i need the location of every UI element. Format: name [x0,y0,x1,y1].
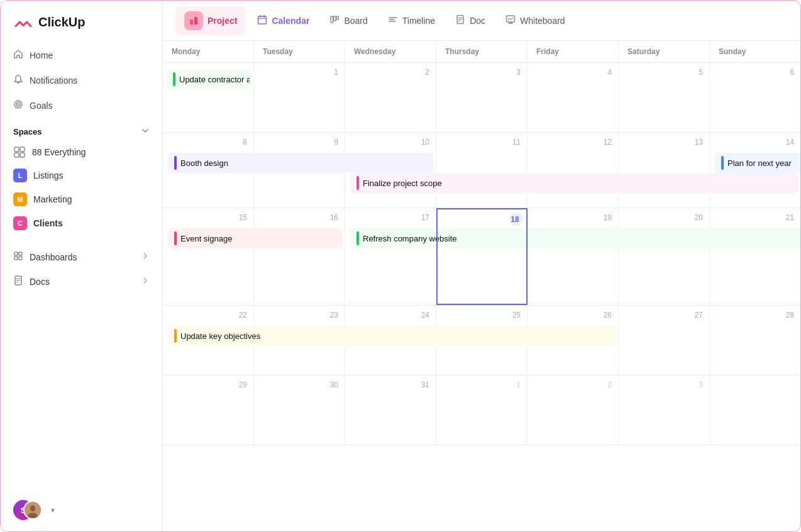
spaces-list: 88 Everything L Listings M Marketing C C… [1,141,162,235]
cal-cell-15[interactable]: 15 Event signage Refresh company website [163,208,254,305]
main-content: Project Calendar Board Timeline Doc [163,1,800,531]
marketing-avatar: M [13,192,27,206]
svg-rect-26 [336,16,339,19]
cal-cell-8[interactable]: 8 Booth design Finalize project scope [163,133,254,208]
event-signage: Event signage [180,234,232,243]
cal-cell-next-empty[interactable] [710,375,800,445]
cal-cell-2[interactable]: 2 [345,63,436,132]
cal-cell-11[interactable]: 11 Plan for next year [436,133,528,208]
nav-tab-doc[interactable]: Doc [446,9,494,31]
cal-header-tuesday: Tuesday [254,41,345,62]
sidebar-item-goals-label: Goals [30,101,53,111]
cal-header-sunday: Sunday [710,41,800,62]
cal-cell-1[interactable]: 1 [254,63,345,132]
docs-arrow-icon [141,276,150,287]
svg-rect-3 [14,147,19,152]
bell-icon [13,74,23,87]
sidebar-item-clients-label: Clients [33,218,63,228]
cal-cell-17[interactable]: 17 [345,208,436,305]
cal-cell-6[interactable]: 6 [710,63,800,132]
goals-icon [13,99,23,112]
sidebar-item-everything[interactable]: 88 Everything [6,141,157,163]
sidebar-item-home-label: Home [30,50,53,60]
svg-rect-20 [258,16,267,24]
svg-rect-7 [14,252,18,255]
event-refresh-website: Refresh company website [363,234,457,243]
whiteboard-icon [505,14,516,26]
nav-tab-calendar[interactable]: Calendar [248,9,318,31]
spaces-section-header[interactable]: Spaces [1,118,162,141]
cal-cell-29[interactable]: 29 [163,375,254,445]
sidebar-item-marketing-label: Marketing [33,194,72,204]
top-nav: Project Calendar Board Timeline Doc [163,1,800,41]
listings-avatar: L [13,169,27,182]
svg-rect-6 [20,153,25,157]
nav-tab-whiteboard[interactable]: Whiteboard [497,9,574,31]
sidebar-item-listings[interactable]: L Listings [6,163,157,187]
sidebar-item-everything-label: 88 Everything [32,147,86,157]
svg-rect-25 [334,16,336,21]
user-avatar-stack: S [13,499,43,521]
cal-cell-3[interactable]: 3 [436,63,528,132]
logo[interactable]: ClickUp [1,1,162,43]
svg-rect-10 [19,257,22,260]
board-icon [329,14,340,26]
user-avatar-photo [23,501,42,519]
cal-cell-18[interactable]: 18 [436,208,528,305]
svg-point-16 [30,506,36,512]
calendar-week-3: 15 Event signage Refresh company website… [163,208,800,306]
svg-rect-18 [190,19,193,25]
nav-tab-project[interactable]: Project [175,6,246,35]
sidebar-item-marketing[interactable]: M Marketing [6,187,157,211]
logo-text: ClickUp [38,15,85,30]
cal-cell-19[interactable]: 19 [528,208,619,305]
cal-cell-next-2[interactable]: 2 [528,375,619,445]
cal-cell-21[interactable]: 21 [710,208,800,305]
cal-cell-30[interactable]: 30 [254,375,345,445]
event-booth-design: Booth design [180,158,228,168]
cal-cell-31[interactable]: 31 [345,375,436,445]
cal-cell-20[interactable]: 20 [619,208,710,305]
nav-tab-project-label: Project [207,16,237,26]
svg-rect-19 [194,17,197,25]
svg-rect-5 [14,153,19,157]
clickup-logo-icon [13,12,33,32]
event-update-contractor: Update contractor agreement [179,75,250,84]
sidebar-item-clients[interactable]: C Clients [6,211,157,235]
cal-cell-blank[interactable]: Update contractor agreement [163,63,254,132]
sidebar-nav: Home Notifications Goals [1,43,162,118]
event-finalize-project: Finalize project scope [363,179,442,188]
cal-cell-27[interactable]: 27 [619,306,710,375]
everything-icon [13,146,26,158]
cal-cell-next-3[interactable]: 3 [619,375,710,445]
svg-rect-4 [20,147,25,152]
nav-tab-whiteboard-label: Whiteboard [520,16,565,26]
cal-cell-16[interactable]: 16 [254,208,345,305]
cal-cell-12[interactable]: 12 [528,133,619,208]
cal-cell-28[interactable]: 28 [710,306,800,375]
sidebar-item-dashboards[interactable]: Dashboards [6,245,157,269]
cal-cell-4[interactable]: 4 [528,63,619,132]
svg-rect-9 [14,257,18,260]
cal-cell-22[interactable]: 22 Update key objectives [163,306,254,375]
sidebar-item-docs[interactable]: Docs [6,270,157,293]
spaces-label: Spaces [13,127,42,136]
event-plan-next-year: Plan for next year [727,158,792,168]
user-profile[interactable]: S ▼ [1,489,162,531]
sidebar-item-home[interactable]: Home [6,43,157,67]
nav-tab-board-label: Board [344,16,367,26]
cal-cell-next-1[interactable]: 1 [436,375,528,445]
sidebar-item-goals[interactable]: Goals [6,94,157,118]
nav-tab-timeline[interactable]: Timeline [379,9,444,31]
cal-header-saturday: Saturday [619,41,710,62]
cal-header-wednesday: Wednesday [345,41,436,62]
project-icon [184,11,203,30]
nav-tab-board[interactable]: Board [321,9,376,31]
sidebar-item-notifications[interactable]: Notifications [6,69,157,92]
sidebar-item-dashboards-label: Dashboards [30,252,77,262]
cal-cell-5[interactable]: 5 [619,63,710,132]
cal-cell-13[interactable]: 13 [619,133,710,208]
calendar-header: Monday Tuesday Wednesday Thursday Friday… [163,41,800,63]
calendar-week-2: 8 Booth design Finalize project scope 9 … [163,133,800,208]
user-caret-icon: ▼ [50,507,56,514]
